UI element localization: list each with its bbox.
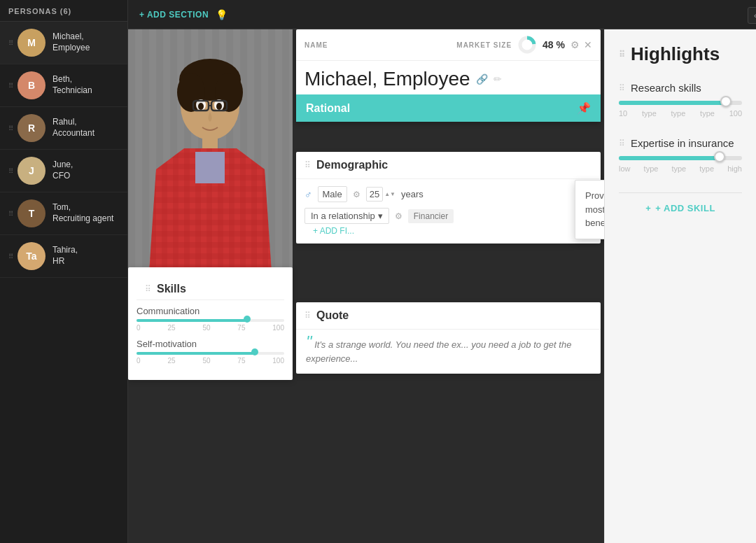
persona-firstname-beth: Beth, — [52, 74, 92, 85]
age-field[interactable]: 25 ▲▼ — [366, 187, 396, 202]
skill-bar-fill — [136, 352, 255, 355]
left-panel: NAME MARKET SIZE 48 % ⚙ ✕ — [128, 29, 604, 543]
persona-role-beth: Technician — [52, 85, 92, 97]
sidebar-header: PERSONAS (6) — [0, 0, 127, 22]
highlights-drag-handle[interactable]: ⠿ — [619, 50, 625, 59]
content-area: NAME MARKET SIZE 48 % ⚙ ✕ — [128, 29, 756, 543]
collapse-sidebar-button[interactable]: « — [748, 7, 756, 24]
avatar-tom: T — [18, 199, 46, 227]
highlight-drag-handle[interactable]: ⠿ — [619, 83, 625, 93]
highlights-list: ⠿ Research skills 10typetypetype100 ⠿ Ex… — [619, 82, 742, 173]
sidebar-item-beth[interactable]: ⠿ B Beth, Technician — [0, 64, 127, 107]
sidebar-item-michael[interactable]: ⠿ M Michael, Employee — [0, 22, 127, 64]
persona-firstname-june: June, — [52, 160, 73, 171]
quote-mark: " — [306, 332, 312, 351]
avatar-tahira: Ta — [18, 242, 46, 270]
age-spinner[interactable]: ▲▼ — [384, 192, 396, 197]
skills-title: Skills — [157, 283, 186, 295]
skill-item: Self-motivation 0 25 50 75 100 — [136, 339, 284, 365]
gender-row: ♂ Male ⚙ 25 ▲▼ years — [304, 186, 592, 202]
market-size-percentage: 48 % — [542, 39, 565, 50]
persona-name-beth: Beth, Technician — [52, 74, 92, 96]
gender-settings-icon[interactable]: ⚙ — [353, 190, 360, 199]
skill-name: Self-motivation — [136, 339, 284, 349]
skill-labels: 0 25 50 75 100 — [136, 324, 284, 332]
svg-point-10 — [216, 103, 222, 110]
market-size-label: MARKET SIZE — [456, 41, 512, 49]
add-skill-label: + ADD SKILL — [655, 203, 715, 213]
sidebar-item-tahira[interactable]: ⠿ Ta Tahira, HR — [0, 235, 127, 278]
demographic-card: ⠿ Demographic ♂ Male ⚙ 25 ▲▼ years — [296, 152, 601, 244]
slider-labels: lowtypetypetypehigh — [619, 164, 742, 173]
highlight-slider[interactable] — [619, 101, 742, 105]
relationship-settings-icon[interactable]: ⚙ — [395, 211, 402, 221]
demo-drag-handle[interactable]: ⠿ — [304, 160, 311, 170]
edit-icon[interactable]: ✏ — [493, 73, 502, 85]
add-field-button[interactable]: + ADD FI... — [304, 222, 363, 240]
quote-drag-handle[interactable]: ⠿ — [304, 311, 311, 320]
highlight-slider[interactable] — [619, 156, 742, 160]
persona-role-tahira: HR — [52, 256, 78, 267]
persona-title: Michael, Employee — [304, 68, 470, 90]
drag-handle-michael: ⠿ — [8, 39, 13, 47]
sidebar-item-tom[interactable]: ⠿ T Tom, Recruiting agent — [0, 192, 127, 235]
skill-handle[interactable] — [251, 348, 258, 355]
close-icon[interactable]: ✕ — [584, 39, 592, 50]
rational-pin-icon: 📌 — [577, 101, 591, 115]
add-skill-plus: + — [645, 203, 651, 213]
add-section-button[interactable]: + ADD SECTION — [139, 10, 209, 20]
sidebar: PERSONAS (6) ⠿ M Michael, Employee ⠿ B B… — [0, 0, 128, 543]
name-card-header: NAME MARKET SIZE 48 % ⚙ ✕ — [296, 29, 601, 61]
drag-handle-june: ⠿ — [8, 167, 13, 175]
tooltip-text: Prove that your product is the best-rati… — [585, 190, 604, 228]
persona-role-michael: Employee — [52, 43, 90, 54]
skill-handle[interactable] — [244, 316, 251, 323]
persona-firstname-rahul: Rahul, — [52, 117, 94, 128]
quote-card: ⠿ Quote " It's a strange world. You need… — [296, 302, 601, 374]
main-content: + ADD SECTION 💡 — [128, 0, 756, 543]
slider-fill — [619, 156, 720, 160]
skill-name: Communication — [136, 306, 284, 316]
drag-handle-rahul: ⠿ — [8, 125, 13, 132]
quote-text: It's a strange world. You need the ex...… — [306, 339, 571, 364]
rational-tooltip: Prove that your product is the best-rati… — [575, 180, 604, 239]
persona-name-tom: Tom, Recruiting agent — [52, 202, 113, 224]
slider-handle[interactable] — [720, 96, 732, 107]
add-field-row: + ADD FI... — [304, 224, 592, 237]
highlight-drag-handle[interactable]: ⠿ — [619, 139, 625, 148]
demographic-header: ⠿ Demographic — [296, 152, 601, 179]
highlight-item: ⠿ Research skills 10typetypetype100 — [619, 82, 742, 118]
persona-role-june: CFO — [52, 171, 73, 182]
avatar-rahul: R — [18, 114, 46, 142]
skill-bar[interactable] — [136, 319, 284, 322]
sidebar-item-june[interactable]: ⠿ J June, CFO — [0, 150, 127, 192]
demographic-fields: ♂ Male ⚙ 25 ▲▼ years In a relationship ▾ — [296, 179, 601, 244]
sidebar-item-rahul[interactable]: ⠿ R Rahul, Accountant — [0, 107, 127, 150]
link-icon[interactable]: 🔗 — [476, 73, 488, 85]
persona-name-tahira: Tahira, HR — [52, 245, 78, 267]
settings-icon[interactable]: ⚙ — [570, 39, 580, 50]
quote-title: Quote — [316, 309, 349, 322]
age-value: 25 — [366, 187, 383, 202]
skills-drag-handle[interactable]: ⠿ — [145, 284, 151, 294]
persona-name-june: June, CFO — [52, 160, 73, 181]
quote-header: ⠿ Quote — [296, 302, 601, 330]
skill-item: Communication 0 25 50 75 100 — [136, 306, 284, 332]
dropdown-chevron-icon: ▾ — [378, 211, 383, 221]
add-skill-button[interactable]: + + ADD SKILL — [619, 192, 742, 223]
persona-firstname-tom: Tom, — [52, 202, 113, 213]
skill-bar[interactable] — [136, 352, 284, 355]
add-section-label: + ADD SECTION — [139, 10, 209, 20]
rational-banner: Rational 📌 — [296, 94, 601, 122]
drag-handle-tom: ⠿ — [8, 210, 13, 218]
slider-fill — [619, 101, 726, 105]
market-size-area: MARKET SIZE 48 % ⚙ ✕ — [456, 35, 592, 55]
occupation-tag: Financier — [408, 209, 454, 223]
highlights-title: Highlights — [631, 43, 720, 65]
skills-list: Communication 0 25 50 75 100 Self-motiva… — [136, 306, 284, 365]
rational-label: Rational — [306, 102, 350, 115]
persona-firstname-michael: Michael, — [52, 31, 90, 43]
gender-field[interactable]: Male — [318, 186, 347, 202]
skills-card: ⠿ Skills Communication 0 25 50 75 100 Se… — [128, 267, 293, 380]
slider-handle[interactable] — [714, 151, 725, 162]
